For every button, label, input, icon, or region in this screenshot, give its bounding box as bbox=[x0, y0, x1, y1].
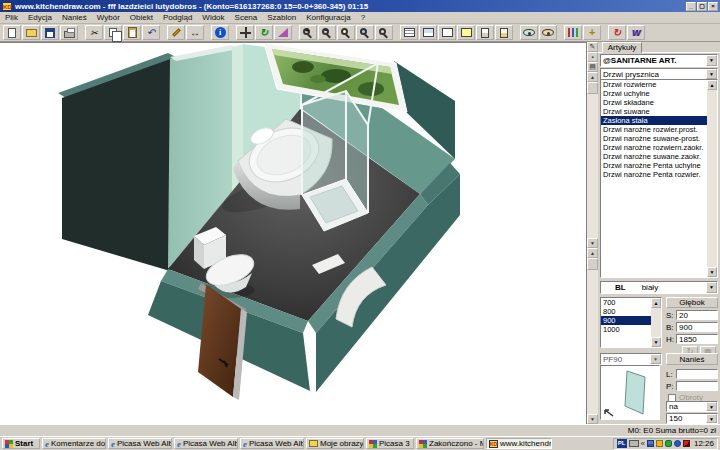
thickness-input[interactable] bbox=[676, 310, 718, 320]
paste-button[interactable] bbox=[123, 25, 141, 40]
menu-plik[interactable]: Plik bbox=[5, 13, 18, 22]
list-item[interactable]: Drzwi uchylne bbox=[601, 89, 717, 98]
copy-button[interactable] bbox=[104, 25, 122, 40]
menu-konfiguracja[interactable]: Konfiguracja bbox=[306, 13, 350, 22]
list-item[interactable]: Drzwi rozwierne bbox=[601, 80, 717, 89]
report-button[interactable] bbox=[564, 25, 582, 40]
apply-button[interactable]: Nanieś bbox=[666, 353, 718, 365]
scrollbar-thumb-2[interactable] bbox=[587, 258, 598, 270]
catalog-family-combobox[interactable]: @SANITARNE ART. bbox=[600, 54, 718, 67]
zoom-previous-button[interactable] bbox=[375, 25, 393, 40]
scrollbar-track[interactable] bbox=[587, 94, 598, 238]
wall-combobox[interactable]: na bbox=[666, 401, 718, 412]
corner-tool-button[interactable] bbox=[587, 52, 598, 62]
menu-scena[interactable]: Scena bbox=[235, 13, 258, 22]
taskbar-item-komentarze[interactable]: Komentarze do ... bbox=[42, 438, 106, 449]
scroll-up-button[interactable] bbox=[587, 72, 598, 82]
list-item[interactable]: Drzwi narożne Penta uchylne bbox=[601, 161, 717, 170]
taskbar-item-moje-obrazy[interactable]: Moje obrazy bbox=[306, 438, 364, 449]
network-icon[interactable] bbox=[647, 440, 654, 447]
page-tool-button[interactable] bbox=[587, 62, 598, 72]
new-file-button[interactable] bbox=[3, 25, 21, 40]
width-input[interactable] bbox=[676, 322, 718, 332]
printer-tray-icon[interactable] bbox=[629, 440, 639, 447]
model-combobox[interactable]: BL biały bbox=[600, 281, 718, 294]
antivirus-icon[interactable] bbox=[683, 440, 690, 447]
plan-view-button[interactable] bbox=[400, 25, 418, 40]
zoom-all-button[interactable] bbox=[356, 25, 374, 40]
taskbar-item-picasa3[interactable]: Picasa 3 bbox=[366, 438, 414, 449]
minimize-button[interactable] bbox=[686, 2, 696, 11]
menu-edycja[interactable]: Edycja bbox=[28, 13, 52, 22]
list-item[interactable]: Drzwi narożne Penta rozwier. bbox=[601, 170, 717, 179]
list-item[interactable]: Drzwi narożne suwane-prost. bbox=[601, 134, 717, 143]
menu-obiekt[interactable]: Obiekt bbox=[130, 13, 153, 22]
scroll-up-button[interactable] bbox=[651, 298, 661, 308]
chevron-down-icon[interactable] bbox=[706, 69, 717, 79]
measure-button[interactable] bbox=[186, 25, 204, 40]
save-button[interactable] bbox=[41, 25, 59, 40]
open-file-button[interactable] bbox=[22, 25, 40, 40]
height-input[interactable] bbox=[676, 334, 718, 344]
scroll-up-button[interactable] bbox=[707, 80, 717, 90]
taskbar-item-picasa-web-1[interactable]: Picasa Web Albu... bbox=[108, 438, 172, 449]
taskbar-item-zakonczono[interactable]: Zakończono - Me... bbox=[416, 438, 484, 449]
rotate-button[interactable] bbox=[255, 25, 273, 40]
scroll-down-button[interactable] bbox=[651, 337, 661, 347]
render-realistic-button[interactable] bbox=[520, 25, 538, 40]
zoom-in-button[interactable]: + bbox=[299, 25, 317, 40]
language-indicator[interactable]: PL bbox=[617, 439, 627, 448]
undo-button[interactable] bbox=[142, 25, 160, 40]
web-publish-button[interactable] bbox=[627, 25, 645, 40]
catalog-add-button[interactable] bbox=[583, 25, 601, 40]
taskbar-item-kitchendraw[interactable]: www.kitchendr... bbox=[486, 438, 552, 449]
chevron-down-icon[interactable] bbox=[706, 402, 717, 411]
list-item[interactable]: Drzwi narożne rozwiern.zaokr. bbox=[601, 143, 717, 152]
scrollbar-thumb[interactable] bbox=[587, 82, 598, 94]
chevron-down-icon[interactable] bbox=[650, 354, 661, 364]
list-item[interactable]: Drzwi narożne suwane.zaokr. bbox=[601, 152, 717, 161]
info-button[interactable] bbox=[211, 25, 229, 40]
zoom-window-button[interactable] bbox=[337, 25, 355, 40]
menu-podglad[interactable]: Podgląd bbox=[163, 13, 192, 22]
dimension-button[interactable] bbox=[167, 25, 185, 40]
scroll-down-button[interactable] bbox=[587, 238, 598, 248]
tray-collapse-button[interactable] bbox=[641, 439, 645, 448]
left-distance-input[interactable] bbox=[676, 369, 718, 379]
chevron-down-icon[interactable] bbox=[706, 282, 717, 293]
print-button[interactable] bbox=[60, 25, 78, 40]
depth-button[interactable]: Głębok bbox=[666, 297, 718, 308]
zoom-out-button[interactable]: − bbox=[318, 25, 336, 40]
viewport-3d[interactable] bbox=[0, 42, 586, 424]
cabinet-top-button[interactable] bbox=[476, 25, 494, 40]
menu-nanies[interactable]: Nanieś bbox=[62, 13, 87, 22]
menu-help[interactable]: ? bbox=[361, 13, 365, 22]
menu-wybor[interactable]: Wybór bbox=[97, 13, 120, 22]
maximize-button[interactable] bbox=[697, 2, 707, 11]
elevation-view-button[interactable] bbox=[419, 25, 437, 40]
help-icon[interactable] bbox=[674, 440, 681, 447]
offset-combobox[interactable]: 150 bbox=[666, 413, 718, 424]
right-distance-input[interactable] bbox=[676, 381, 718, 391]
chevron-down-icon[interactable] bbox=[706, 414, 717, 423]
move-button[interactable] bbox=[236, 25, 254, 40]
scroll-up-button-2[interactable] bbox=[587, 248, 598, 258]
render-shaded-button[interactable] bbox=[539, 25, 557, 40]
messenger-icon[interactable] bbox=[665, 440, 672, 447]
scrollbar-track[interactable] bbox=[651, 308, 661, 337]
taskbar-item-picasa-web-2[interactable]: Picasa Web Albu... bbox=[174, 438, 238, 449]
menu-szablon[interactable]: Szablon bbox=[267, 13, 296, 22]
chevron-down-icon[interactable] bbox=[706, 55, 717, 66]
angle-button[interactable] bbox=[274, 25, 292, 40]
refresh-button[interactable] bbox=[608, 25, 626, 40]
list-item[interactable]: Drzwi narożne rozwier.prost. bbox=[601, 125, 717, 134]
handle-combobox[interactable]: PF90 bbox=[600, 353, 662, 365]
scrollbar-track[interactable] bbox=[707, 90, 717, 267]
list-item[interactable]: Drzwi suwane bbox=[601, 107, 717, 116]
tab-artykuly[interactable]: Artykuły bbox=[602, 42, 642, 53]
scroll-down-button-2[interactable] bbox=[587, 414, 598, 424]
list-item[interactable]: Drzwi składane bbox=[601, 98, 717, 107]
menu-widok[interactable]: Widok bbox=[202, 13, 224, 22]
close-button[interactable] bbox=[708, 2, 718, 11]
cabinet-bottom-button[interactable] bbox=[495, 25, 513, 40]
